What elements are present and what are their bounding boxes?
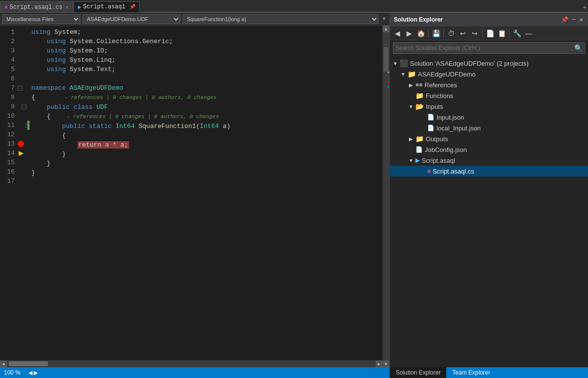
ln-8: 8 (0, 93, 15, 102)
ln-17: 17 (0, 176, 15, 186)
ln-7: 7 (0, 83, 15, 93)
se-search-input[interactable] (395, 45, 574, 51)
jobconfig-label: JobConfig.json (425, 146, 467, 153)
tree-local-input-json[interactable]: ▶ 📄 local_Input.json (390, 123, 588, 133)
ln-3: 3 (0, 46, 15, 55)
tree-references[interactable]: ▶ ■■ References (390, 79, 588, 90)
ln-12: 12 (0, 130, 15, 139)
v-scroll-track (383, 32, 389, 360)
tree-jobconfig[interactable]: ▶ 📄 JobConfig.json (390, 144, 588, 155)
new-tab-button[interactable]: + (581, 5, 588, 12)
se-tab-team-explorer[interactable]: Team Explorer (446, 367, 496, 378)
tab-script-cs[interactable]: ■ Script.asaql.cs ✕ (0, 1, 73, 12)
outputs-folder-icon: 📁 (415, 135, 424, 143)
ln-4: 4 (0, 55, 15, 65)
se-clipboard-btn[interactable]: 📋 (496, 28, 507, 39)
se-back-btn[interactable]: ◀ (392, 28, 403, 39)
scroll-arrows[interactable]: ◀ ▶ (28, 370, 38, 376)
collapse-method[interactable]: – (26, 123, 27, 128)
se-save-btn[interactable]: 💾 (431, 28, 441, 39)
se-sep-2 (443, 29, 444, 38)
se-tab-solution-explorer[interactable]: Solution Explorer (390, 367, 446, 378)
script-cs-tree-label: Script.asaql.cs (433, 168, 474, 175)
hint-arrow (19, 151, 24, 156)
files-dropdown[interactable]: Miscellaneous Files (2, 14, 80, 24)
script-asaql-tree-label: Script.asaql (422, 157, 455, 164)
se-close-btn[interactable]: ✕ (579, 16, 584, 24)
se-redo-btn[interactable]: ↪ (469, 28, 480, 39)
se-forward-btn[interactable]: ▶ (404, 28, 414, 39)
collapse-namespace[interactable]: – (18, 86, 23, 91)
h-scroll-thumb[interactable] (9, 361, 48, 366)
editor-status-bar: 100 % ◀ ▶ (0, 367, 389, 378)
se-collapse-btn[interactable]: — (523, 28, 534, 39)
v-scrollbar[interactable]: ▲ ▼ (383, 25, 389, 367)
class-dropdown[interactable]: ASAEdgeUDFDemo.UDF (82, 14, 180, 24)
ln-15: 15 (0, 158, 15, 167)
line-numbers: 1 2 3 4 5 6 7 8 9 10 11 12 (0, 25, 18, 360)
v-scroll-thumb[interactable] (383, 47, 388, 72)
tree-input-json[interactable]: ▶ 📄 Input.json (390, 112, 588, 123)
se-search-box[interactable]: 🔍 (393, 42, 585, 54)
se-sep-3 (482, 29, 483, 38)
method-dropdown[interactable]: SquareFunction1(long a) (182, 14, 379, 24)
collapse-class[interactable]: – (22, 104, 26, 109)
outputs-expand-icon[interactable]: ▶ (408, 136, 414, 142)
se-toolbar: ◀ ▶ 🏠 💾 ⏱ ↩ ↪ 📄 📋 🔧 — (390, 26, 588, 40)
tree-project[interactable]: ▼ 📁 ASAEdgeUDFDemo (390, 69, 588, 79)
se-doc-btn[interactable]: 📄 (485, 28, 495, 39)
cs-tab-icon: ■ (4, 4, 8, 10)
ln-1: 1 (0, 27, 15, 37)
ln-16: 16 (0, 167, 15, 176)
editor-scroll-area: 1 2 3 4 5 6 7 8 9 10 11 12 (0, 25, 389, 367)
h-scroll-track[interactable] (7, 360, 376, 367)
input-json-label: Input.json (436, 114, 464, 121)
code-content[interactable]: using System; using System.Collections.G… (29, 25, 383, 360)
se-pin-btn[interactable]: 📌 (560, 16, 569, 24)
scroll-right-btn[interactable]: ▶ (376, 360, 383, 367)
ln-9: 9 (0, 102, 15, 111)
references-expand-icon[interactable]: ▶ (408, 82, 414, 88)
zoom-level[interactable]: 100 % (4, 369, 21, 376)
tree-outputs[interactable]: ▶ 📁 Outputs (390, 133, 588, 144)
se-undo-btn[interactable]: ↩ (458, 28, 468, 39)
tab-bar: ■ Script.asaql.cs ✕ ▶ Script.asaql 📌 + (0, 0, 588, 13)
functions-label: Functions (426, 92, 453, 100)
search-icon: 🔍 (574, 44, 583, 52)
script-asaql-expand-icon[interactable]: ▼ (408, 158, 414, 163)
se-tree: ▼ ⬛ Solution 'ASAEdgeUDFDemo' (2 project… (390, 56, 588, 367)
tree-script-cs[interactable]: ▶ ■ Script.asaql.cs (390, 166, 588, 176)
scroll-up-btn[interactable]: ▲ (383, 25, 389, 32)
se-bottom-tabs: Solution Explorer Team Explorer (390, 367, 588, 378)
main-area: Miscellaneous Files ASAEdgeUDFDemo.UDF S… (0, 13, 588, 378)
ln-13: 13 (0, 139, 15, 149)
scroll-mark-red (387, 81, 389, 83)
se-title-label: Solution Explorer (394, 16, 443, 23)
inputs-expand-icon[interactable]: ▼ (408, 104, 414, 109)
tab-script-asaql[interactable]: ▶ Script.asaql 📌 (74, 1, 140, 12)
tab-spacer (140, 12, 581, 12)
project-expand-icon[interactable]: ▼ (400, 72, 407, 77)
se-home-btn[interactable]: 🏠 (415, 28, 426, 39)
inputs-label: Inputs (426, 103, 443, 110)
se-minimize-btn[interactable]: — (571, 16, 577, 24)
ln-5: 5 (0, 65, 15, 74)
h-scrollbar[interactable]: ◀ ▶ (0, 360, 383, 367)
se-settings-btn[interactable]: 🔧 (511, 28, 522, 39)
ln-14: 14 (0, 149, 15, 158)
add-tab-icon[interactable]: + (381, 14, 387, 24)
scroll-down-btn[interactable]: ▼ (383, 360, 389, 367)
tree-solution[interactable]: ▼ ⬛ Solution 'ASAEdgeUDFDemo' (2 project… (390, 58, 588, 69)
tree-script-asaql[interactable]: ▼ ▶ Script.asaql (390, 155, 588, 166)
ln-2: 2 (0, 37, 15, 46)
tab-label-asaql: Script.asaql (83, 3, 125, 10)
input-json-icon: 📄 (427, 114, 435, 121)
tab-close-cs[interactable]: ✕ (66, 4, 69, 10)
ln-10: 10 (0, 111, 15, 121)
editor-toolbar: Miscellaneous Files ASAEdgeUDFDemo.UDF S… (0, 13, 389, 25)
solution-expand-icon[interactable]: ▼ (392, 61, 399, 66)
se-refresh-btn[interactable]: ⏱ (446, 28, 457, 39)
tree-functions[interactable]: ▶ 📁 Functions (390, 90, 588, 101)
tree-inputs[interactable]: ▼ 📂 Inputs (390, 101, 588, 112)
scroll-left-btn[interactable]: ◀ (0, 360, 7, 367)
